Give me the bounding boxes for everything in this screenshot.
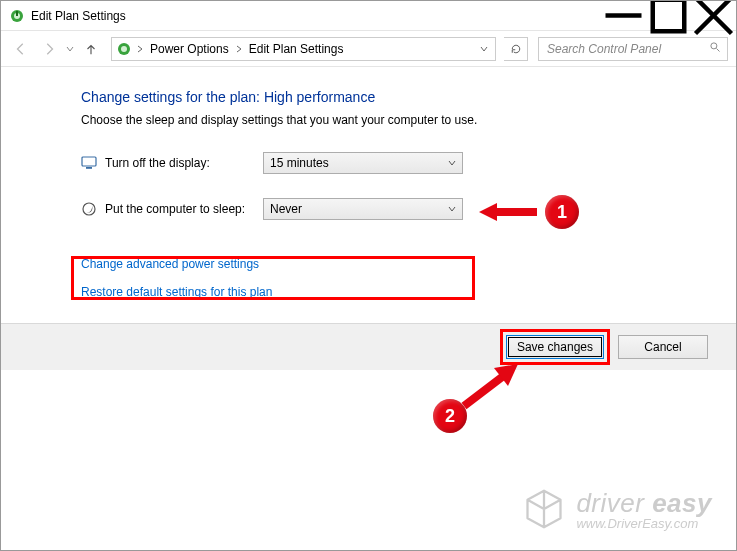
history-dropdown-icon[interactable] [65,45,75,53]
watermark: driver easy www.DriverEasy.com [522,487,712,534]
breadcrumb-app-icon [116,41,132,57]
breadcrumb-item-power-options[interactable]: Power Options [148,42,231,56]
up-button[interactable] [79,37,103,61]
link-restore-defaults[interactable]: Restore default settings for this plan [81,285,696,299]
breadcrumb-item-edit-plan-settings[interactable]: Edit Plan Settings [247,42,346,56]
svg-line-16 [464,374,506,406]
svg-rect-4 [653,0,685,31]
search-box[interactable] [538,37,728,61]
window-title: Edit Plan Settings [31,9,601,23]
save-changes-button[interactable]: Save changes [506,335,604,359]
app-icon [9,8,25,24]
forward-button[interactable] [37,37,61,61]
cube-icon [522,487,566,534]
svg-point-13 [83,203,95,215]
search-icon [709,41,721,56]
chevron-right-icon [136,42,144,56]
chevron-down-icon [448,202,456,216]
display-timeout-value: 15 minutes [270,156,329,170]
window-buttons [601,1,736,30]
svg-rect-2 [16,11,18,16]
setting-row-sleep: Put the computer to sleep: Never [81,195,696,223]
navbar: Power Options Edit Plan Settings [1,31,736,67]
watermark-line1a: driver [576,488,644,518]
svg-rect-12 [86,167,92,169]
breadcrumb-dropdown-icon[interactable] [477,45,491,53]
chevron-right-icon [235,42,243,56]
back-button[interactable] [9,37,33,61]
watermark-line2: www.DriverEasy.com [576,516,712,531]
sleep-icon [81,201,97,217]
close-button[interactable] [691,1,736,30]
annotation-highlight-2: Save changes [500,329,610,365]
sleep-timeout-select[interactable]: Never [263,198,463,220]
maximize-button[interactable] [646,1,691,30]
page-heading: Change settings for the plan: High perfo… [81,89,696,105]
setting-label-display: Turn off the display: [105,156,263,170]
svg-point-8 [121,46,127,52]
setting-label-sleep: Put the computer to sleep: [105,202,263,216]
minimize-button[interactable] [601,1,646,30]
titlebar: Edit Plan Settings [1,1,736,31]
search-input[interactable] [545,41,703,57]
page-subtext: Choose the sleep and display settings th… [81,113,696,127]
cancel-button[interactable]: Cancel [618,335,708,359]
setting-row-display: Turn off the display: 15 minutes [81,149,696,177]
display-icon [81,155,97,171]
watermark-line1b: easy [652,488,712,518]
refresh-button[interactable] [504,37,528,61]
annotation-step-2: 2 [433,399,467,433]
svg-rect-11 [82,157,96,166]
chevron-down-icon [448,156,456,170]
footer: Save changes Cancel [1,323,736,370]
sleep-timeout-value: Never [270,202,302,216]
display-timeout-select[interactable]: 15 minutes [263,152,463,174]
svg-line-10 [717,49,720,52]
breadcrumb[interactable]: Power Options Edit Plan Settings [111,37,496,61]
content-area: Change settings for the plan: High perfo… [1,67,736,323]
link-advanced-settings[interactable]: Change advanced power settings [81,257,696,271]
svg-point-9 [711,43,717,49]
